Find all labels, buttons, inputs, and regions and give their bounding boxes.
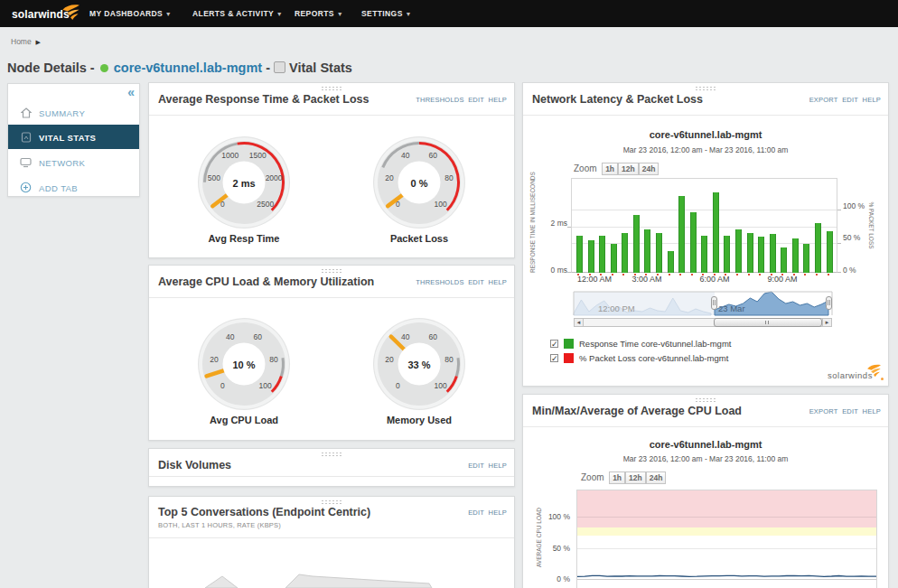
svg-text:33 %: 33 % <box>407 359 430 370</box>
svg-text:100: 100 <box>435 381 447 390</box>
svg-text:80: 80 <box>444 355 454 364</box>
svg-text:20: 20 <box>385 173 394 182</box>
svg-text:20: 20 <box>210 355 219 364</box>
svg-text:1500: 1500 <box>249 151 267 160</box>
svg-text:2000: 2000 <box>266 173 283 182</box>
svg-text:10 %: 10 % <box>232 359 255 370</box>
svg-text:40: 40 <box>226 332 235 341</box>
svg-text:40: 40 <box>401 332 410 341</box>
svg-text:80: 80 <box>444 173 454 182</box>
svg-text:0: 0 <box>396 381 400 390</box>
svg-text:2500: 2500 <box>257 200 274 209</box>
svg-text:100: 100 <box>435 200 447 209</box>
svg-text:60: 60 <box>428 332 437 341</box>
svg-text:100: 100 <box>259 381 272 390</box>
svg-text:1000: 1000 <box>221 151 239 160</box>
svg-text:80: 80 <box>269 355 278 364</box>
svg-text:500: 500 <box>208 173 220 182</box>
svg-text:20: 20 <box>385 355 394 364</box>
svg-text:60: 60 <box>253 332 262 341</box>
svg-text:0 %: 0 % <box>411 178 428 189</box>
svg-text:60: 60 <box>428 151 437 160</box>
svg-text:40: 40 <box>401 151 410 160</box>
svg-text:2 ms: 2 ms <box>232 178 255 189</box>
svg-text:0: 0 <box>220 381 225 390</box>
